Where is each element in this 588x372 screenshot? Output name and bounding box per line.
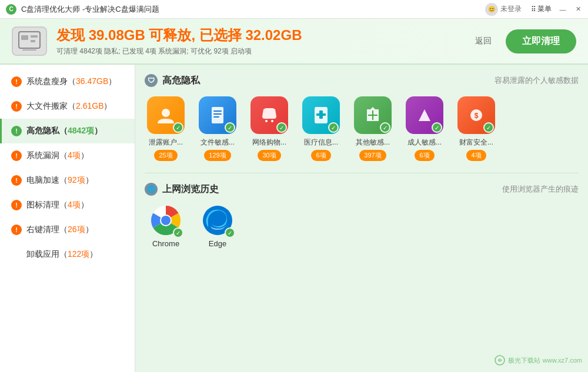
svg-rect-4 (22, 49, 36, 51)
header-actions: 返回 立即清理 (468, 29, 576, 53)
title-bar: C C盘清理优化大师 -专业解决C盘爆满问题 😊 未登录 ⠿ 菜单 — ✕ (0, 0, 588, 19)
item-icon-file-sensitive: ✓ (199, 96, 236, 134)
menu-label: 菜单 (537, 4, 552, 14)
sidebar-item-label: 大文件搬家（2.61GB） (26, 101, 112, 112)
sidebar-item-system-leak[interactable]: ! 系统漏洞（4项） (0, 143, 135, 168)
browser-item-edge[interactable]: ✓ Edge (196, 205, 239, 250)
browser-item-chrome[interactable]: ✓ Chrome (145, 205, 187, 250)
sidebar-item-icon-clean[interactable]: ! 图标清理（4项） (0, 193, 135, 217)
user-area[interactable]: 😊 未登录 (485, 3, 522, 16)
sidebar-item-label: 卸载应用（122项） (26, 249, 98, 260)
item-icon-online-shop: ✓ (250, 96, 288, 134)
svg-point-11 (271, 120, 273, 122)
section-title-high-risk: 🛡 高危隐私 (145, 74, 200, 87)
watermark: 极光下载站 www.xz7.com (494, 354, 582, 366)
header-info: 发现 39.08GB 可释放, 已选择 32.02GB 可清理 4842项 隐私… (56, 26, 468, 56)
high-risk-items-grid: ✓ 泄露账户... 25项 ✓ 文件敏感... 129项 ✓ 网络购物... 3… (145, 96, 579, 161)
checkmark-adult: ✓ (432, 122, 442, 133)
app-title: C盘清理优化大师 -专业解决C盘爆满问题 (21, 4, 485, 15)
clean-button[interactable]: 立即清理 (506, 29, 576, 53)
sidebar-item-large-file[interactable]: ! 大文件搬家（2.61GB） (0, 94, 135, 119)
section-desc-browser: 使用浏览器产生的痕迹 (502, 184, 579, 195)
header-icon (12, 26, 47, 56)
sidebar-icon: ! (11, 175, 22, 186)
header-sub-text: 可清理 4842项 隐私; 已发现 4项 系统漏洞; 可优化 92项 启动项 (56, 46, 468, 56)
grid-item-adult[interactable]: ✓ 成人敏感... 6项 (403, 96, 446, 161)
svg-rect-6 (212, 107, 223, 123)
grid-item-finance[interactable]: $ ✓ 财富安全... 4项 (455, 96, 497, 161)
svg-rect-2 (31, 35, 38, 38)
svg-point-5 (162, 109, 170, 117)
menu-grid-icon: ⠿ (531, 5, 536, 14)
grid-item-medical[interactable]: ✓ 医疗信息... 6项 (300, 96, 342, 161)
watermark-text: 极光下载站 (508, 356, 540, 365)
item-icon-medical: ✓ (302, 96, 340, 134)
checkmark-online-shop: ✓ (276, 122, 287, 133)
sidebar-icon: ! (11, 101, 22, 112)
item-name-medical: 医疗信息... (300, 138, 342, 148)
svg-rect-14 (316, 113, 326, 116)
sidebar-item-label: 高危隐私（4842项） (26, 126, 102, 136)
sidebar-item-system-slim[interactable]: ! 系统盘瘦身（36.47GB） (0, 69, 135, 94)
svg-rect-3 (31, 40, 35, 42)
section-title-browser: 🌐 上网浏览历史 (145, 183, 219, 196)
sidebar-icon: ! (11, 200, 22, 210)
avatar: 😊 (485, 3, 498, 16)
high-risk-section: 🛡 高危隐私 容易泄露的个人敏感数据 ✓ 泄露账户... 25项 ✓ 文件敏感.… (145, 74, 579, 161)
svg-rect-9 (213, 116, 219, 118)
sidebar-item-high-risk[interactable]: ! 高危隐私（4842项） (0, 119, 135, 143)
minimize-button[interactable]: — (559, 5, 567, 14)
checkmark-medical: ✓ (328, 122, 339, 133)
grid-item-online-shop[interactable]: ✓ 网络购物... 30项 (248, 96, 290, 161)
section-header-high-risk: 🛡 高危隐私 容易泄露的个人敏感数据 (145, 74, 579, 87)
checkmark-leak-account: ✓ (173, 122, 183, 133)
grid-item-other-sensitive[interactable]: ✓ 其他敏感... 397项 (352, 96, 394, 161)
svg-marker-17 (419, 109, 430, 121)
item-icon-finance: $ ✓ (457, 96, 495, 134)
title-bar-controls: 😊 未登录 ⠿ 菜单 — ✕ (485, 3, 582, 16)
item-name-leak-account: 泄露账户... (145, 138, 187, 148)
section-divider (145, 173, 579, 173)
close-button[interactable]: ✕ (574, 5, 582, 14)
browser-icon-chrome: ✓ (151, 205, 181, 236)
checkmark-chrome: ✓ (173, 227, 183, 238)
item-name-finance: 财富安全... (455, 138, 497, 148)
main-layout: ! 系统盘瘦身（36.47GB） ! 大文件搬家（2.61GB） ! 高危隐私（… (0, 65, 588, 372)
sidebar-item-label: 系统漏洞（4项） (26, 150, 89, 161)
item-badge-leak-account: 25项 (154, 150, 177, 161)
app-logo: C (6, 4, 16, 15)
svg-point-22 (161, 216, 171, 225)
browser-items-grid: ✓ Chrome ✓ Edge (145, 205, 579, 250)
browser-name-chrome: Chrome (145, 239, 187, 248)
sidebar-item-uninstall[interactable]: 卸载应用（122项） (0, 242, 135, 267)
sidebar-icon (11, 249, 22, 260)
sidebar-icon: ! (11, 126, 22, 136)
checkmark-file-sensitive: ✓ (225, 122, 235, 133)
menu-button[interactable]: ⠿ 菜单 (531, 4, 552, 14)
svg-rect-7 (213, 110, 222, 112)
checkmark-other-sensitive: ✓ (380, 122, 390, 133)
section-desc-high-risk: 容易泄露的个人敏感数据 (495, 75, 579, 86)
svg-rect-8 (213, 113, 222, 115)
grid-item-leak-account[interactable]: ✓ 泄露账户... 25项 (145, 96, 187, 161)
grid-item-file-sensitive[interactable]: ✓ 文件敏感... 129项 (196, 96, 239, 161)
item-name-online-shop: 网络购物... (248, 138, 290, 148)
item-badge-online-shop: 30项 (258, 150, 280, 161)
item-icon-adult: ✓ (406, 96, 443, 134)
browser-icon-edge: ✓ (202, 205, 233, 236)
header-main-text: 发现 39.08GB 可释放, 已选择 32.02GB (56, 26, 468, 45)
user-label: 未登录 (500, 4, 522, 14)
item-badge-finance: 4项 (466, 150, 486, 161)
section-header-browser: 🌐 上网浏览历史 使用浏览器产生的痕迹 (145, 183, 579, 196)
sidebar-item-right-clean[interactable]: ! 右键清理（26项） (0, 217, 135, 242)
sidebar-item-label: 右键清理（26项） (26, 224, 93, 235)
back-button[interactable]: 返回 (468, 32, 499, 50)
header-banner: 发现 39.08GB 可释放, 已选择 32.02GB 可清理 4842项 隐私… (0, 19, 588, 65)
header-main-text-content: 发现 39.08GB 可释放, 已选择 32.02GB (56, 27, 302, 43)
item-name-adult: 成人敏感... (403, 138, 446, 148)
sidebar-item-pc-speed[interactable]: ! 电脑加速（92项） (0, 168, 135, 193)
shield-icon: 🛡 (145, 74, 158, 87)
sidebar-item-label: 图标清理（4项） (26, 200, 89, 210)
svg-point-10 (265, 120, 268, 122)
sidebar-item-label: 电脑加速（92项） (26, 175, 93, 186)
